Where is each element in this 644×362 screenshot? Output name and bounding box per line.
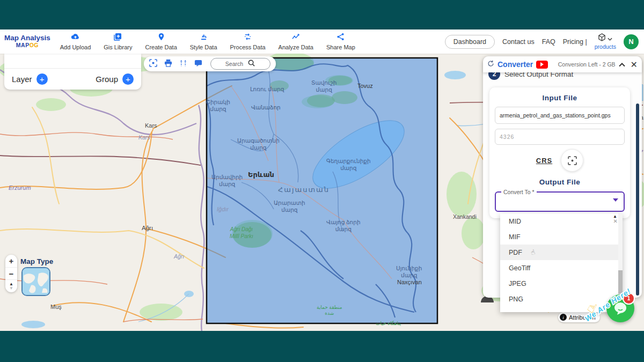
option-mid[interactable]: MID bbox=[500, 213, 623, 229]
input-filename-field[interactable]: armenia_petrol_and_gas_stations_point.gp… bbox=[495, 107, 625, 124]
menu-label: Gis Library bbox=[104, 44, 132, 50]
format-dropdown-menu: ▲ ✕ MID MIF PDF☝ GeoTiff JPEG PNG GIF bbox=[500, 213, 623, 312]
option-jpeg[interactable]: JPEG bbox=[500, 276, 623, 291]
app-window: Map Analysis MAPOG Add Upload Gis Librar… bbox=[0, 29, 644, 331]
map-type-label: Map Type bbox=[20, 257, 53, 265]
crs-picker-button[interactable] bbox=[561, 149, 583, 172]
chevron-down-icon bbox=[608, 34, 612, 42]
converter-title: Converter bbox=[497, 60, 533, 69]
layer-label: Layer bbox=[12, 75, 32, 84]
logo-brand-og: OG bbox=[30, 42, 39, 48]
menu-scrollbar-thumb[interactable] bbox=[618, 270, 623, 294]
logo-brand: MAPOG bbox=[16, 42, 39, 49]
feedback-icon[interactable] bbox=[194, 59, 202, 69]
refresh-icon[interactable] bbox=[487, 60, 494, 69]
option-pdf[interactable]: PDF☝ bbox=[500, 245, 623, 260]
add-group-button[interactable]: + bbox=[122, 73, 134, 85]
map-area: Kars Kars Erzurum Ağrı Ağrı Muş Şamkir G… bbox=[0, 54, 644, 331]
menu-share-map[interactable]: Share Map bbox=[326, 33, 355, 50]
faq-link[interactable]: FAQ bbox=[542, 38, 555, 46]
pricing-link[interactable]: Pricing | bbox=[563, 38, 587, 46]
print-icon[interactable] bbox=[164, 59, 172, 69]
input-file-heading: Input File bbox=[489, 94, 630, 102]
menu-label: Add Upload bbox=[60, 44, 91, 50]
cube-icon bbox=[598, 33, 606, 43]
converter-card: Input File armenia_petrol_and_gas_statio… bbox=[489, 87, 630, 218]
option-mif[interactable]: MIF bbox=[500, 229, 623, 245]
measure-icon[interactable] bbox=[179, 59, 187, 69]
panel-scrollbar[interactable] bbox=[636, 104, 639, 295]
layer-group-panel: Layer + Group + bbox=[4, 54, 141, 90]
analyze-chart-icon bbox=[291, 33, 301, 43]
crs-value-field[interactable]: 4326 bbox=[495, 129, 625, 145]
search-input[interactable]: Search bbox=[210, 58, 270, 70]
products-menu[interactable]: products bbox=[595, 33, 616, 50]
hand-cursor-icon: ☝ bbox=[530, 248, 536, 257]
products-label: products bbox=[595, 44, 616, 50]
crs-link[interactable]: CRS bbox=[536, 157, 552, 165]
menu-analyze-data[interactable]: Analyze Data bbox=[279, 33, 313, 50]
close-icon[interactable]: ✕ bbox=[631, 60, 638, 70]
option-gif[interactable]: GIF bbox=[500, 307, 623, 312]
dashboard-button[interactable]: Dashboard bbox=[445, 35, 495, 49]
screen-frame: Map Analysis MAPOG Add Upload Gis Librar… bbox=[0, 0, 644, 362]
focus-extent-icon[interactable] bbox=[149, 59, 157, 69]
converter-header: Converter Conversion Left - 2 GB ✕ bbox=[483, 56, 642, 72]
style-fill-icon bbox=[199, 33, 208, 43]
menu-label: Process Data bbox=[230, 44, 266, 50]
user-avatar[interactable]: N bbox=[624, 34, 639, 49]
search-placeholder: Search bbox=[225, 61, 243, 67]
main-menu: Add Upload Gis Library Create Data Style… bbox=[60, 33, 355, 50]
menu-label: Style Data bbox=[190, 44, 217, 50]
chat-notification-badge: 1 bbox=[623, 292, 635, 305]
convert-to-select[interactable]: Convert To * bbox=[495, 191, 625, 212]
logo-brand-map: MAP bbox=[16, 42, 30, 48]
map-type-button[interactable] bbox=[21, 267, 50, 296]
map-toolbar: Search bbox=[144, 56, 276, 71]
library-icon bbox=[113, 33, 122, 43]
menu-process-data[interactable]: Process Data bbox=[230, 33, 266, 50]
menu-create-data[interactable]: Create Data bbox=[145, 33, 177, 50]
top-navbar: Map Analysis MAPOG Add Upload Gis Librar… bbox=[0, 29, 644, 54]
conversion-left-label: Conversion Left - 2 GB bbox=[558, 61, 616, 68]
navbar-right: Dashboard Contact us FAQ Pricing | produ… bbox=[445, 33, 644, 50]
logo-title: Map Analysis bbox=[4, 34, 50, 42]
clear-icon[interactable]: ✕ bbox=[613, 218, 618, 224]
menu-style-data[interactable]: Style Data bbox=[190, 33, 217, 50]
cloud-upload-icon bbox=[71, 33, 80, 43]
collapse-chevron-icon[interactable] bbox=[619, 60, 625, 69]
youtube-icon[interactable] bbox=[536, 61, 548, 69]
menu-label: Analyze Data bbox=[279, 44, 313, 50]
menu-gis-library[interactable]: Gis Library bbox=[104, 33, 132, 50]
info-icon: i bbox=[560, 314, 567, 321]
add-layer-button[interactable]: + bbox=[36, 73, 48, 85]
zoom-in-button[interactable]: + bbox=[5, 255, 17, 267]
zoom-control: + − ▲▼ bbox=[5, 255, 17, 292]
process-icon bbox=[243, 33, 252, 43]
app-logo[interactable]: Map Analysis MAPOG bbox=[0, 34, 57, 48]
zoom-out-button[interactable]: − bbox=[5, 267, 17, 280]
option-geotiff[interactable]: GeoTiff bbox=[500, 260, 623, 276]
share-icon bbox=[336, 33, 345, 43]
location-pin-icon bbox=[157, 33, 166, 43]
option-png[interactable]: PNG bbox=[500, 291, 623, 307]
menu-label: Share Map bbox=[326, 44, 355, 50]
output-file-heading: Output File bbox=[489, 178, 630, 186]
select-caret-icon bbox=[613, 198, 618, 202]
convert-to-label: Convert To * bbox=[501, 189, 537, 195]
menu-add-upload[interactable]: Add Upload bbox=[60, 33, 91, 50]
menu-label: Create Data bbox=[145, 44, 177, 50]
group-label: Group bbox=[96, 75, 118, 84]
tilt-control[interactable]: ▲▼ bbox=[5, 280, 17, 292]
attribution-button[interactable]: i Attribution bbox=[558, 312, 600, 322]
contact-us-link[interactable]: Contact us bbox=[502, 38, 535, 46]
world-thumbnail-icon bbox=[23, 268, 49, 295]
search-icon[interactable] bbox=[247, 59, 255, 69]
